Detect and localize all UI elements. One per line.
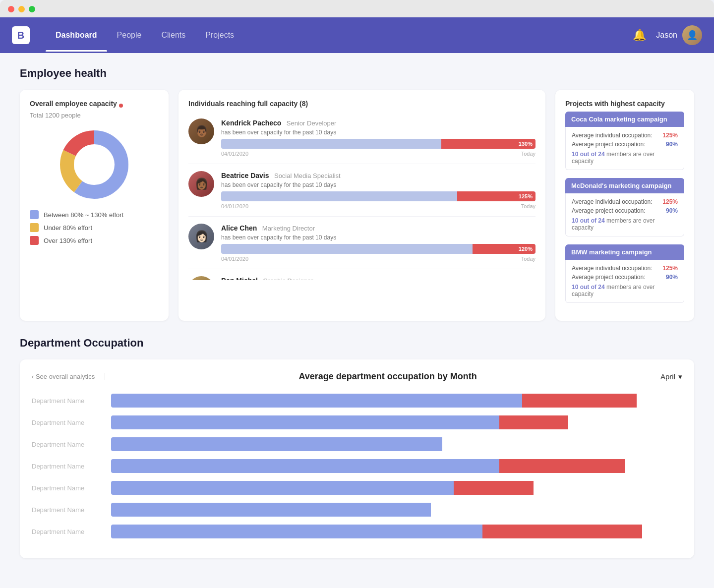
app-logo[interactable]: B — [12, 26, 30, 44]
dept-name: Department Name — [32, 506, 111, 514]
stat-label: Average individual occupation: — [572, 265, 653, 272]
dept-bar — [111, 503, 682, 517]
person-role: Marketing Director — [262, 225, 315, 232]
project-stat: Average individual occupation: 125% — [572, 265, 678, 272]
see-analytics-link[interactable]: ‹ See overall analytics — [32, 373, 105, 380]
notification-bell-icon[interactable]: 🔔 — [633, 29, 646, 42]
project-stat: Average project occupation: 90% — [572, 207, 678, 214]
legend-item-yellow: Under 80% effort — [30, 223, 159, 232]
project-stat: Average individual occupation: 125% — [572, 132, 678, 139]
nav-right: 🔔 Jason 👤 — [633, 25, 702, 45]
maximize-button[interactable] — [29, 6, 35, 12]
project-item: BMW marketing campaign Average individua… — [565, 244, 684, 303]
dept-row: Department Name — [32, 459, 682, 473]
dept-row: Department Name — [32, 394, 682, 408]
progress-dates: 04/01/2020 Today — [221, 256, 536, 262]
window-chrome — [0, 0, 714, 17]
dept-name: Department Name — [32, 397, 111, 405]
nav-clients[interactable]: Clients — [151, 19, 195, 52]
total-people: Total 1200 people — [30, 112, 159, 119]
svg-point-3 — [74, 145, 114, 184]
user-name: Jason — [656, 31, 677, 40]
legend-item-red: Over 130% effort — [30, 236, 159, 245]
stat-value-individual: 125% — [662, 265, 678, 272]
progress-label: 125% — [519, 193, 533, 199]
dept-bar-blue — [111, 481, 454, 495]
dept-section-title: Department Occupation — [20, 337, 694, 350]
list-item: 👨🏾 Kendrick Pacheco Senior Developer has… — [188, 112, 536, 164]
dept-bar-red — [499, 415, 568, 429]
list-item: 👦🏽 Ben Michel Graphic Designer has been … — [188, 269, 536, 280]
project-body: Average individual occupation: 125% Aver… — [565, 193, 684, 236]
dept-bar-red — [522, 394, 636, 408]
project-item: McDonald's marketing campaign Average in… — [565, 178, 684, 236]
dept-bar-blue — [111, 459, 499, 473]
project-stat: Average project occupation: 90% — [572, 141, 678, 148]
dept-bar-red — [499, 459, 625, 473]
legend-color-yellow — [30, 223, 39, 232]
avatar: 👤 — [682, 25, 702, 45]
project-members: 10 out of 24 members are over capacity — [572, 217, 678, 231]
capacity-card-title: Overall employee capacity — [30, 100, 117, 108]
legend-label-blue: Between 80% ~ 130% effort — [44, 211, 123, 219]
person-info: Ben Michel Graphic Designer has been ove… — [221, 276, 536, 280]
project-name: McDonald's marketing campaign — [565, 178, 684, 193]
dept-row: Department Name — [32, 437, 682, 451]
progress-dates: 04/01/2020 Today — [221, 203, 536, 209]
avatar: 👩🏻 — [188, 224, 214, 249]
dept-chart-title: Average department occupation by Month — [115, 371, 660, 382]
nav-projects[interactable]: Projects — [195, 19, 244, 52]
dept-bar-red — [454, 481, 534, 495]
dept-bar — [111, 437, 682, 451]
dept-row: Department Name — [32, 415, 682, 429]
dept-bar-blue — [111, 437, 442, 451]
stat-label: Average project occupation: — [572, 207, 646, 214]
user-profile[interactable]: Jason 👤 — [656, 25, 702, 45]
dept-bar-blue — [111, 415, 499, 429]
nav-dashboard[interactable]: Dashboard — [46, 19, 107, 52]
minimize-button[interactable] — [18, 6, 25, 12]
nav-links: Dashboard People Clients Projects — [46, 19, 633, 52]
project-name: BMW marketing campaign — [565, 244, 684, 260]
individuals-list[interactable]: 👨🏾 Kendrick Pacheco Senior Developer has… — [188, 112, 536, 280]
dept-bar-blue — [111, 394, 522, 408]
alert-dot-icon — [119, 104, 123, 108]
project-members: 10 out of 24 members are over capacity — [572, 284, 678, 297]
dept-bar — [111, 415, 682, 429]
project-members: 10 out of 24 members are over capacity — [572, 151, 678, 165]
person-name: Alice Chen — [221, 224, 257, 232]
capacity-card: Overall employee capacity Total 1200 peo… — [20, 90, 169, 321]
legend-label-red: Over 130% effort — [44, 237, 92, 244]
dept-row: Department Name — [32, 525, 682, 538]
legend-color-red — [30, 236, 39, 245]
stat-label: Average project occupation: — [572, 274, 646, 281]
close-button[interactable] — [8, 6, 14, 12]
project-body: Average individual occupation: 125% Aver… — [565, 127, 684, 170]
person-role: Graphic Designer — [263, 277, 313, 280]
project-item: Coca Cola marketing campaign Average ind… — [565, 112, 684, 170]
avatar: 👨🏾 — [188, 118, 214, 144]
person-name: Kendrick Pacheco — [221, 119, 281, 127]
members-over-count: 10 out of 24 — [572, 284, 605, 291]
dept-name: Department Name — [32, 484, 111, 492]
stat-value-project: 90% — [666, 141, 678, 148]
donut-svg — [55, 125, 134, 204]
dept-bar-blue — [111, 525, 482, 538]
progress-dates: 04/01/2020 Today — [221, 151, 536, 157]
dept-bar-red — [482, 525, 643, 538]
dept-row: Department Name — [32, 503, 682, 517]
stat-label: Average individual occupation: — [572, 198, 653, 205]
projects-card-title: Projects with highest capacity — [565, 100, 684, 108]
capacity-card-title-row: Overall employee capacity — [30, 100, 159, 112]
stat-value-individual: 125% — [662, 132, 678, 139]
month-label: April — [660, 372, 675, 381]
dept-name: Department Name — [32, 463, 111, 470]
nav-people[interactable]: People — [107, 19, 152, 52]
project-stat: Average individual occupation: 125% — [572, 198, 678, 205]
legend: Between 80% ~ 130% effort Under 80% effo… — [30, 210, 159, 245]
stat-value-individual: 125% — [662, 198, 678, 205]
cards-row: Overall employee capacity Total 1200 peo… — [20, 90, 694, 321]
month-select[interactable]: April ▾ — [660, 372, 682, 381]
navbar: B Dashboard People Clients Projects 🔔 Ja… — [0, 17, 714, 53]
person-status: has been over capacity for the past 10 d… — [221, 129, 536, 136]
